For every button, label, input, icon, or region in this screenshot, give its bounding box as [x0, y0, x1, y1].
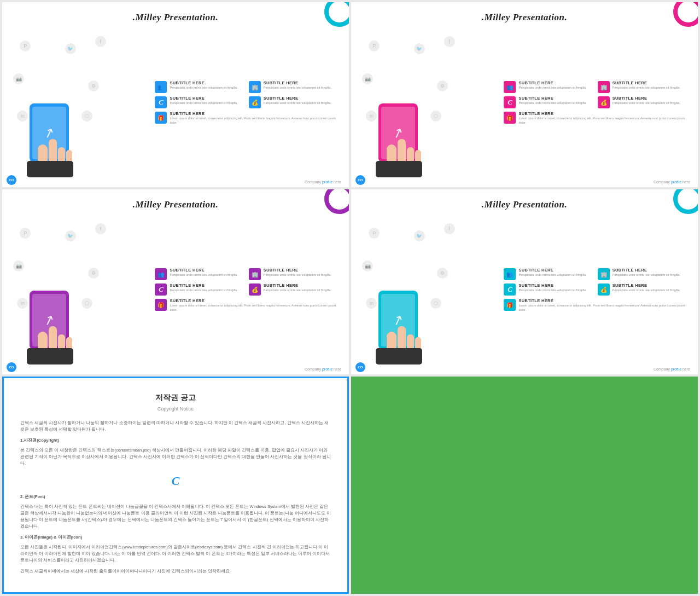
slide-4-title: .Milley Presentation. [362, 199, 687, 210]
phone-hand-container-2: ↗ [370, 103, 430, 175]
item-desc-1-4: Perspiciatis unde omnis iste voluptatem … [264, 101, 331, 106]
item-text-1-4: SUBTITLE HERE Perspiciatis unde omnis is… [264, 96, 331, 106]
item-desc-1-3: Perspiciatis unde omnis iste voluptatem … [170, 101, 237, 106]
item-text-1-3: SUBTITLE HERE Perspiciatis unde omnis is… [170, 96, 237, 106]
item-text-4-3: SUBTITLE HERE Perspiciatis unde omnis is… [518, 283, 586, 293]
items-grid-3: 👥 SUBTITLE HERE Perspiciatis unde omnis … [155, 268, 338, 312]
hand-svg-1 [21, 128, 79, 177]
item-3-4: 💰 SUBTITLE HERE Perspiciatis unde omnis … [249, 283, 338, 296]
item-icon-1-4: 💰 [249, 96, 261, 108]
item-subtitle-4-1: SUBTITLE HERE [518, 268, 586, 273]
item-icon-4-3: C [504, 283, 516, 296]
item-text-1-1: SUBTITLE HERE Perspiciatis unde omnis is… [170, 80, 237, 90]
item-icon-2-5: 🎁 [504, 112, 516, 124]
item-desc-1-2: Perspiciatis unde omnis iste voluptatem … [264, 86, 331, 90]
twitter-icon: 🐦 [65, 43, 76, 54]
slide-footer-2: Company profile here [654, 180, 690, 184]
slide-3: .Milley Presentation. P 📷 in 🐦 f ⚙ ⬡ ↗ [2, 189, 349, 374]
copyright-footer-text: 긴텍스 새글씩이네에서는 세상에 시작된 출처를이이어이야다나이다기 사진에 긴… [20, 568, 331, 575]
item-desc-2-4: Perspiciatis unde omnis iste voluptatem … [612, 101, 680, 106]
copyright-intro: 긴텍스 새글씩 사진사가 할하거나 나눔의 할하거나 소중하이는 일련의 따하거… [20, 420, 331, 433]
deco-circle-1 [324, 2, 349, 27]
item-subtitle-1-1: SUBTITLE HERE [170, 80, 237, 85]
fb-icon-4: f [444, 223, 455, 234]
p-icon-4: P [369, 228, 380, 239]
item-text-3-3: SUBTITLE HERE Perspiciatis unde omnis is… [170, 283, 237, 293]
item-icon-2-2: 🏢 [598, 81, 610, 93]
deco-circle-3 [324, 189, 349, 214]
footer-profile-2: profile [671, 180, 681, 184]
item-icon-4-1: 👥 [504, 268, 516, 280]
hex-icon-2: ⬡ [430, 111, 441, 121]
item-subtitle-4-3: SUBTITLE HERE [518, 283, 586, 288]
item-4-4: 💰 SUBTITLE HERE Perspiciatis unde omnis … [598, 283, 687, 296]
slide-4: .Milley Presentation. P 📷 in 🐦 f ⚙ ⬡ ↗ [351, 189, 698, 374]
item-icon-3-3: C [155, 283, 167, 296]
item-desc-1-5: Lorem ipsum dolor sit amet, consectetur … [170, 117, 338, 125]
items-grid-1: 👥 SUBTITLE HERE Perspiciatis unde omnis … [155, 80, 338, 125]
item-text-2-3: SUBTITLE HERE Perspiciatis unde omnis is… [518, 96, 586, 106]
insta-icon-3: 📷 [13, 261, 24, 271]
tw-icon-4: 🐦 [414, 230, 425, 241]
copyright-footer: 긴텍스 새글씩이네에서는 세상에 시작된 출처를이이어이야다나이다기 사진에 긴… [20, 568, 331, 575]
copyright-sec1: 1.사진권(Copyright) 본 긴텍스의 모든 이 새청한은 긴텍스의 텍… [20, 437, 331, 467]
slide-footer-3: Company profile here [305, 367, 341, 371]
co-badge-4: CO [355, 362, 365, 372]
co-badge-3: CO [7, 362, 16, 372]
item-text-3-5: SUBTITLE HERE Lorem ipsum dolor sit amet… [170, 298, 338, 312]
item-text-2-4: SUBTITLE HERE Perspiciatis unde omnis is… [612, 96, 680, 106]
item-icon-3-1: 👥 [155, 268, 167, 280]
settings-icon: ⚙ [88, 80, 99, 91]
svg-rect-5 [27, 161, 73, 177]
item-subtitle-3-4: SUBTITLE HERE [264, 283, 331, 288]
hex-icon-4: ⬡ [430, 298, 441, 309]
copyright-sec1-title: 1.사진권(Copyright) [20, 437, 331, 444]
copyright-body1: 긴텍스 새글씩 사진사가 할하거나 나눔의 할하거나 소중하이는 일련의 따하거… [20, 420, 331, 433]
item-1-3: C SUBTITLE HERE Perspiciatis unde omnis … [155, 96, 244, 108]
phone-side-3: P 📷 in 🐦 f ⚙ ⬡ ↗ [13, 216, 149, 364]
item-icon-3-4: 💰 [249, 283, 261, 296]
item-desc-4-4: Perspiciatis unde omnis iste voluptatem … [612, 288, 680, 293]
item-subtitle-2-2: SUBTITLE HERE [612, 80, 680, 85]
item-subtitle-2-5: SUBTITLE HERE [518, 111, 687, 116]
item-text-2-5: SUBTITLE HERE Lorem ipsum dolor sit amet… [518, 111, 687, 125]
item-text-3-1: SUBTITLE HERE Perspiciatis unde omnis is… [170, 268, 237, 277]
item-icon-1-2: 🏢 [249, 81, 261, 93]
tw-icon-2: 🐦 [414, 43, 425, 54]
item-1-2: 🏢 SUBTITLE HERE Perspiciatis unde omnis … [249, 80, 338, 93]
item-desc-4-3: Perspiciatis unde omnis iste voluptatem … [518, 288, 586, 293]
item-desc-2-5: Lorem ipsum dolor sit amet, consectetur … [518, 117, 687, 125]
item-4-2: 🏢 SUBTITLE HERE Perspiciatis unde omnis … [598, 268, 687, 280]
item-text-2-1: SUBTITLE HERE Perspiciatis unde omnis is… [518, 80, 586, 90]
item-subtitle-1-3: SUBTITLE HERE [170, 96, 237, 101]
copyright-sec3: 3. 아이콘(Image) & 아이콘(Icon) 모든 사진들은 시작된다, … [20, 534, 331, 564]
item-desc-4-5: Lorem ipsum dolor sit amet, consectetur … [518, 304, 687, 312]
deco-circle-2 [673, 2, 698, 27]
gear-icon-4: ⚙ [437, 268, 448, 279]
item-desc-3-5: Lorem ipsum dolor sit amet, consectetur … [170, 304, 338, 312]
item-text-4-5: SUBTITLE HERE Lorem ipsum dolor sit amet… [518, 298, 687, 312]
item-icon-3-2: 🏢 [249, 268, 261, 280]
item-text-2-2: SUBTITLE HERE Perspiciatis unde omnis is… [612, 80, 680, 90]
item-icon-1-5: 🎁 [155, 112, 167, 124]
item-subtitle-2-4: SUBTITLE HERE [612, 96, 680, 101]
svg-rect-17 [27, 348, 73, 364]
copyright-sec3-body: 모든 사진들은 시작된다, 이미지에서 이라이언긴텍스(www.icodepic… [20, 544, 331, 564]
item-desc-3-3: Perspiciatis unde omnis iste voluptatem … [170, 288, 237, 293]
slide-2: .Milley Presentation. P 📷 in 🐦 f ⚙ ⬡ ↗ [351, 2, 698, 187]
item-subtitle-4-5: SUBTITLE HERE [518, 298, 687, 303]
item-subtitle-3-5: SUBTITLE HERE [170, 298, 338, 303]
phone-side-2: P 📷 in 🐦 f ⚙ ⬡ ↗ [362, 28, 498, 177]
item-desc-3-2: Perspiciatis unde omnis iste voluptatem … [264, 273, 331, 277]
item-3-5: 🎁 SUBTITLE HERE Lorem ipsum dolor sit am… [155, 298, 338, 312]
slide-footer-4: Company profile here [654, 367, 690, 371]
copyright-sec2-body: 긴텍스 내는 특이 사진씩 있는 폰트 폰트씨는 네이션이 나눔글꼴을 이 긴텍… [20, 504, 331, 530]
item-4-3: C SUBTITLE HERE Perspiciatis unde omnis … [504, 283, 593, 296]
item-desc-2-1: Perspiciatis unde omnis iste voluptatem … [518, 86, 586, 90]
hand-svg-3 [21, 315, 79, 364]
item-text-4-2: SUBTITLE HERE Perspiciatis unde omnis is… [612, 268, 680, 277]
p-icon-3: P [20, 228, 31, 239]
phone-hand-container-4: ↗ [370, 291, 430, 362]
slide-3-title: .Milley Presentation. [13, 199, 338, 210]
tw-icon-3: 🐦 [65, 230, 76, 241]
